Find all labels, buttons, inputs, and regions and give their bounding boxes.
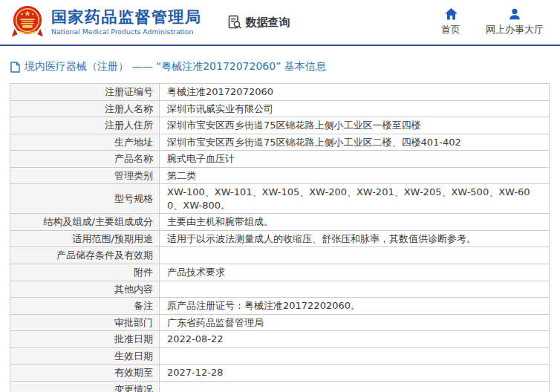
row-value-cell: 2027-12-28 bbox=[160, 365, 550, 382]
data-query-button[interactable]: 数据查询 bbox=[227, 15, 290, 30]
user-icon bbox=[509, 8, 521, 20]
row-value-cell: 适用于以示波法测量成人的收缩压、舒张压和脉率，其数值供诊断参考。 bbox=[160, 230, 550, 247]
top-nav: 首页 网上办事大厅 bbox=[441, 8, 544, 36]
row-label-cell: 型号规格 bbox=[10, 184, 160, 214]
row-label: 附件 bbox=[134, 267, 153, 278]
national-emblem-icon bbox=[10, 4, 45, 40]
row-label: 有效期至 bbox=[114, 367, 153, 378]
row-value-cell: 深圳市宝安区西乡街道75区锦花路上侧小工业区一楼至四楼 bbox=[160, 117, 550, 134]
table-row: 注册人名称深圳市讯威实业有限公司 bbox=[10, 100, 550, 117]
table-row: 审批部门广东省药品监督管理局 bbox=[10, 314, 550, 331]
row-value-cell bbox=[160, 347, 550, 365]
table-row: 管理类别第二类 bbox=[10, 167, 550, 184]
page-title-bar: 境内医疗器械（注册） —— “粤械注准20172072060” 基本信息 bbox=[0, 46, 560, 83]
registration-info-table: 注册证编号粤械注准20172072060注册人名称深圳市讯威实业有限公司注册人住… bbox=[10, 83, 550, 392]
row-label-cell: 生效日期 bbox=[10, 347, 160, 365]
row-label: 注册证编号 bbox=[105, 86, 153, 97]
row-value-cell: 2022-08-22 bbox=[160, 331, 550, 348]
nav-home[interactable]: 首页 bbox=[441, 8, 460, 36]
table-row: 生产地址深圳市宝安区西乡街道75区锦花路上侧小工业区二楼、四楼401-402 bbox=[10, 134, 550, 151]
table-row: 其他内容 bbox=[10, 281, 550, 298]
row-value-cell: 广东省药品监督管理局 bbox=[160, 314, 550, 331]
document-icon bbox=[10, 62, 20, 73]
row-value-cell: 产品技术要求 bbox=[160, 264, 550, 281]
table-row: 生效日期 bbox=[10, 347, 550, 365]
row-value-cell: XW-100、XW-101、XW-105、XW-200、XW-201、XW-20… bbox=[160, 184, 550, 214]
home-icon bbox=[445, 8, 458, 20]
nav-home-label: 首页 bbox=[441, 23, 460, 36]
nmpa-logo[interactable]: 国家药品监督管理局 National Medical Products Admi… bbox=[10, 4, 202, 40]
table-row: 注册证编号粤械注准20172072060 bbox=[10, 84, 550, 101]
row-value-cell bbox=[160, 381, 550, 392]
row-value-cell bbox=[160, 247, 550, 264]
row-label-cell: 审批部门 bbox=[10, 314, 160, 331]
site-title: 国家药品监督管理局 bbox=[51, 9, 202, 26]
row-label: 批准日期 bbox=[114, 333, 153, 344]
row-value-cell: 腕式电子血压计 bbox=[160, 151, 550, 168]
row-label-cell: 变更情况 bbox=[10, 381, 160, 392]
row-label: 变更情况 bbox=[114, 384, 153, 392]
table-row: 注册人住所深圳市宝安区西乡街道75区锦花路上侧小工业区一楼至四楼 bbox=[10, 117, 550, 134]
row-value-cell: 粤械注准20172072060 bbox=[160, 84, 550, 101]
row-label-cell: 产品储存条件及有效期 bbox=[10, 247, 160, 264]
row-label: 结构及组成/主要组成成分 bbox=[44, 216, 153, 227]
row-label-cell: 备注 bbox=[10, 298, 160, 315]
table-row: 结构及组成/主要组成成分主要由主机和腕带组成。 bbox=[10, 214, 550, 231]
row-label-cell: 注册证编号 bbox=[10, 84, 160, 101]
table-row: 产品储存条件及有效期 bbox=[10, 247, 550, 264]
row-label: 产品储存条件及有效期 bbox=[56, 249, 153, 261]
row-label-cell: 批准日期 bbox=[10, 331, 160, 348]
table-row: 有效期至2027-12-28 bbox=[10, 365, 550, 382]
row-value-cell: 原产品注册证号：粤械注准20172202060。 bbox=[160, 298, 550, 315]
row-label-cell: 其他内容 bbox=[10, 281, 160, 298]
row-value-cell: 主要由主机和腕带组成。 bbox=[160, 214, 550, 231]
page-title: 境内医疗器械（注册） —— “粤械注准20172072060” 基本信息 bbox=[25, 60, 326, 74]
row-label: 生产地址 bbox=[114, 137, 153, 148]
row-label-cell: 管理类别 bbox=[10, 167, 160, 184]
site-title-en: National Medical Products Administration bbox=[51, 28, 202, 36]
table-row: 适用范围/预期用途适用于以示波法测量成人的收缩压、舒张压和脉率，其数值供诊断参考… bbox=[10, 230, 550, 247]
row-label-cell: 产品名称 bbox=[10, 151, 160, 168]
data-query-label: 数据查询 bbox=[246, 16, 290, 30]
row-label: 注册人名称 bbox=[105, 103, 153, 114]
table-row: 附件产品技术要求 bbox=[10, 264, 550, 281]
header: 国家药品监督管理局 National Medical Products Admi… bbox=[0, 0, 560, 45]
row-value-cell: 深圳市宝安区西乡街道75区锦花路上侧小工业区二楼、四楼401-402 bbox=[160, 134, 550, 151]
row-label-cell: 注册人住所 bbox=[10, 117, 160, 134]
table-row: 型号规格XW-100、XW-101、XW-105、XW-200、XW-201、X… bbox=[10, 184, 550, 214]
row-label: 产品名称 bbox=[114, 153, 153, 164]
row-label: 型号规格 bbox=[114, 193, 153, 204]
row-value-cell bbox=[160, 281, 550, 298]
registration-table-body: 注册证编号粤械注准20172072060注册人名称深圳市讯威实业有限公司注册人住… bbox=[10, 84, 550, 392]
row-label-cell: 注册人名称 bbox=[10, 100, 160, 117]
table-row: 批准日期2022-08-22 bbox=[10, 331, 550, 348]
row-label-cell: 附件 bbox=[10, 264, 160, 281]
row-label: 生效日期 bbox=[114, 350, 153, 362]
row-label: 备注 bbox=[134, 300, 153, 311]
table-row: 备注原产品注册证号：粤械注准20172202060。 bbox=[10, 298, 550, 315]
table-row: 变更情况 bbox=[10, 381, 550, 392]
row-label: 审批部门 bbox=[114, 317, 153, 328]
row-label: 注册人住所 bbox=[105, 120, 153, 131]
document-search-icon bbox=[227, 15, 242, 30]
row-label-cell: 生产地址 bbox=[10, 134, 160, 151]
row-label: 其他内容 bbox=[114, 284, 153, 295]
row-label-cell: 适用范围/预期用途 bbox=[10, 230, 160, 247]
row-label: 适用范围/预期用途 bbox=[73, 233, 153, 244]
table-row: 产品名称腕式电子血压计 bbox=[10, 151, 550, 168]
nav-service-hall[interactable]: 网上办事大厅 bbox=[486, 8, 544, 36]
row-label-cell: 有效期至 bbox=[10, 365, 160, 382]
row-label: 管理类别 bbox=[114, 170, 153, 181]
row-value-cell: 第二类 bbox=[160, 167, 550, 184]
row-value-cell: 深圳市讯威实业有限公司 bbox=[160, 100, 550, 117]
nav-service-hall-label: 网上办事大厅 bbox=[486, 23, 544, 36]
row-label-cell: 结构及组成/主要组成成分 bbox=[10, 214, 160, 231]
